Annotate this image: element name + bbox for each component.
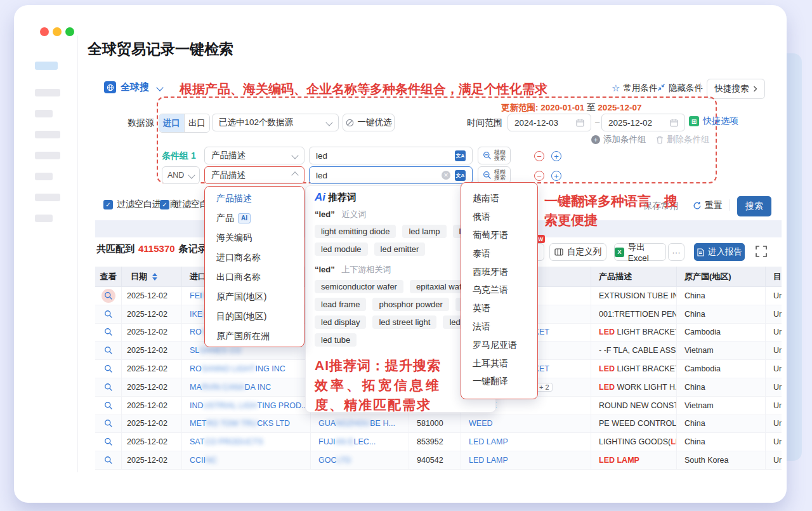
exporter-cell[interactable]: FUJIAN ELEC... — [311, 433, 409, 451]
view-icon[interactable] — [102, 453, 115, 467]
menu-item-origin-country[interactable]: 原产国(地区) — [205, 287, 304, 307]
sidebar-skeleton-item[interactable] — [35, 152, 60, 159]
delete-condition-group-button[interactable]: 删除条件组 — [656, 134, 710, 145]
search-scope[interactable]: 全球搜 — [104, 81, 162, 93]
suggestion-tag[interactable]: lead frame — [315, 298, 366, 311]
export-segment[interactable]: 出口 — [184, 114, 209, 132]
minimize-button[interactable] — [53, 27, 62, 36]
view-icon[interactable] — [102, 289, 115, 303]
suggestion-tag[interactable]: phosphor powder — [372, 298, 449, 311]
lang-item-spanish[interactable]: 西班牙语 — [461, 263, 537, 281]
menu-item-destination-country[interactable]: 目的国(地区) — [205, 307, 304, 326]
menu-item-importer-name[interactable]: 进口商名称 — [205, 248, 304, 267]
add-condition-button[interactable]: + — [551, 151, 561, 161]
menu-item-product-description[interactable]: 产品描述 — [205, 189, 304, 208]
table-row[interactable]: 2025-12-02 CCIINC GOCLTD 940542 LED LAMP… — [95, 451, 782, 470]
suggestion-tag[interactable]: semiconductor wafer — [315, 280, 403, 293]
menu-item-origin-continent[interactable]: 原产国所在洲 — [205, 326, 304, 346]
sidebar-skeleton-item[interactable] — [35, 173, 53, 180]
col-description[interactable]: 产品描述 — [591, 267, 677, 286]
logic-operator-select[interactable]: AND — [162, 166, 200, 184]
import-segment[interactable]: 进口 — [159, 114, 184, 132]
view-icon[interactable] — [102, 380, 115, 394]
quick-search-button[interactable]: 快捷搜索 — [707, 79, 765, 99]
suggestion-tag[interactable]: led module — [315, 242, 368, 256]
exporter-cell[interactable]: GOCLTD — [311, 451, 409, 469]
exporter-cell[interactable]: GUANGZHOUBE H... — [311, 415, 409, 433]
importer-cell[interactable]: MARVIN CANADA INC — [182, 378, 311, 396]
product-name-cell[interactable]: LED LAMP — [461, 451, 591, 469]
view-icon[interactable] — [102, 416, 115, 430]
view-icon[interactable] — [102, 343, 115, 357]
lang-item-portuguese[interactable]: 葡萄牙语 — [461, 227, 537, 245]
sidebar-skeleton-item[interactable] — [35, 89, 60, 96]
zoom-button[interactable] — [65, 27, 74, 36]
search-button[interactable]: 搜索 — [737, 196, 771, 216]
lang-item-one-click-translate[interactable]: 一键翻译 — [461, 373, 537, 391]
hide-conditions-button[interactable]: 隐藏条件 — [657, 83, 703, 94]
lang-item-romanian[interactable]: 罗马尼亚语 — [461, 336, 537, 354]
menu-item-exporter-name[interactable]: 出口商名称 — [205, 267, 304, 287]
col-origin[interactable]: 原产国(地区) — [677, 267, 766, 286]
sidebar-skeleton-item[interactable] — [35, 110, 53, 117]
translate-icon[interactable]: 文A — [455, 170, 466, 181]
col-destination[interactable]: 目的国(地区) — [766, 267, 782, 286]
add-condition-group-button[interactable]: + 添加条件组 — [591, 134, 646, 145]
favorite-conditions-button[interactable]: ☆ 常用条件 — [612, 83, 657, 94]
view-icon[interactable] — [102, 435, 115, 449]
remove-condition-button[interactable]: − — [534, 151, 544, 161]
enter-report-button[interactable]: 进入报告 — [694, 243, 745, 261]
one-click-optimize-button[interactable]: 一键优选 — [343, 114, 395, 131]
importer-cell[interactable]: SATCO PRODUCTS — [182, 433, 311, 451]
sidebar-skeleton-item[interactable] — [35, 215, 53, 222]
table-row[interactable]: 2025-12-02 SATCO PRODUCTS FUJIAN ELEC...… — [95, 433, 782, 451]
lang-item-turkish[interactable]: 土耳其语 — [461, 354, 537, 373]
suggestion-tag[interactable]: led emitter — [374, 242, 426, 256]
sidebar-skeleton-item[interactable] — [35, 194, 60, 201]
add-condition-button[interactable]: + — [551, 171, 561, 181]
lang-item-vietnamese[interactable]: 越南语 — [461, 190, 537, 208]
more-actions-button[interactable]: ··· — [668, 243, 684, 261]
importer-cell[interactable]: INDUSTRIAL LIGHTING PROD... — [182, 397, 311, 415]
col-date[interactable]: 日期 — [122, 267, 182, 286]
fuzzy-search-button-1[interactable]: 模糊搜索 — [478, 147, 511, 164]
close-button[interactable] — [40, 27, 49, 36]
translate-icon[interactable]: 文A — [455, 150, 466, 161]
lang-item-thai[interactable]: 泰语 — [461, 244, 537, 263]
data-source-select[interactable]: 已选中102个数据源 — [212, 114, 339, 131]
menu-item-product-ai[interactable]: 产品AI — [205, 208, 304, 228]
date-to-input[interactable]: 2025-12-02 — [601, 114, 685, 131]
product-name-cell[interactable]: WEED — [461, 415, 591, 433]
sidebar-item-active[interactable] — [35, 62, 58, 70]
importer-cell[interactable]: METRO TOW TRUCKS LTD — [182, 415, 311, 433]
suggestion-tag[interactable]: light emitting diode — [315, 225, 396, 238]
suggestion-tag[interactable]: led tube — [315, 333, 357, 347]
export-excel-button[interactable]: X 导出Excel — [614, 243, 666, 261]
menu-item-hs-code[interactable]: 海关编码 — [205, 228, 304, 248]
suggestion-tag[interactable]: led display — [315, 315, 366, 329]
suggestion-tag[interactable]: led street light — [372, 315, 436, 329]
keyword-input-1[interactable]: led 文A — [309, 147, 473, 164]
lang-item-ukrainian[interactable]: 乌克兰语 — [461, 281, 537, 300]
col-view[interactable]: 查看 — [95, 267, 122, 286]
lang-item-russian[interactable]: 俄语 — [461, 208, 537, 227]
sidebar-skeleton-item[interactable] — [35, 131, 60, 138]
importer-cell[interactable]: CCIINC — [182, 451, 311, 469]
lang-item-english[interactable]: 英语 — [461, 300, 537, 318]
clear-icon[interactable]: ✕ — [442, 171, 450, 180]
sort-icon[interactable] — [152, 273, 157, 281]
date-from-input[interactable]: 2024-12-03 — [508, 114, 591, 131]
table-row[interactable]: 2025-12-02 METRO TOW TRUCKS LTD GUANGZHO… — [95, 415, 782, 434]
suggestion-tag[interactable]: led lamp — [402, 225, 446, 238]
importer-cell[interactable]: ROSANNO LIGHTING INC — [182, 360, 311, 378]
field-select-1[interactable]: 产品描述 — [204, 147, 304, 164]
remove-condition-button[interactable]: − — [534, 171, 544, 181]
product-name-cell[interactable]: LED LAMP — [461, 433, 591, 451]
view-icon[interactable] — [102, 362, 115, 376]
fuzzy-search-button-2[interactable]: 模糊搜索 — [478, 166, 511, 184]
view-icon[interactable] — [102, 307, 115, 321]
view-icon[interactable] — [102, 325, 115, 339]
view-icon[interactable] — [102, 399, 115, 413]
field-select-2-open[interactable]: 产品描述 — [204, 166, 304, 184]
lang-item-french[interactable]: 法语 — [461, 318, 537, 336]
